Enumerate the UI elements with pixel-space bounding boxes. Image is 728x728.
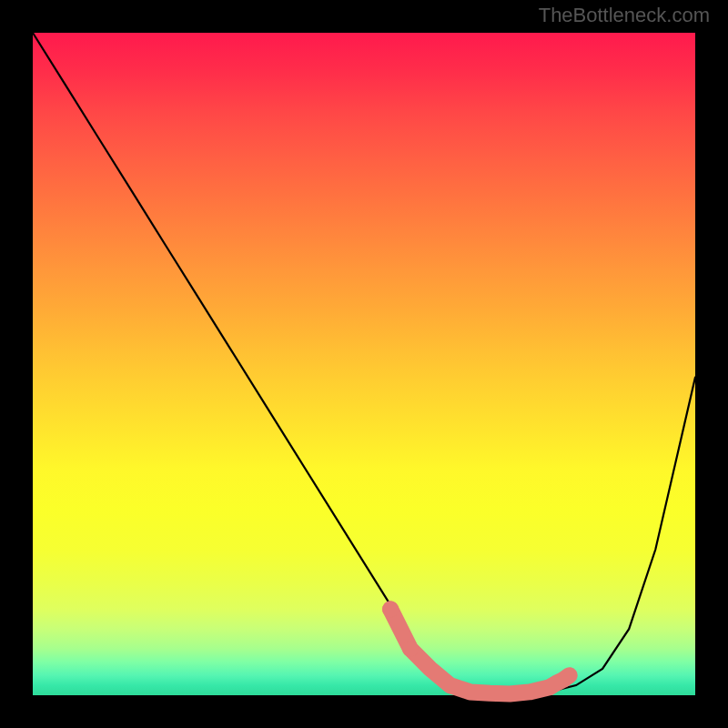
bottleneck-curve — [33, 33, 695, 694]
chart-svg — [33, 33, 695, 695]
chart-plot-area — [33, 33, 695, 695]
watermark-text: TheBottleneck.com — [539, 4, 710, 27]
optimal-marker-group — [382, 601, 570, 693]
optimal-marker-dot — [402, 641, 419, 657]
optimal-marker-dot — [382, 601, 399, 617]
